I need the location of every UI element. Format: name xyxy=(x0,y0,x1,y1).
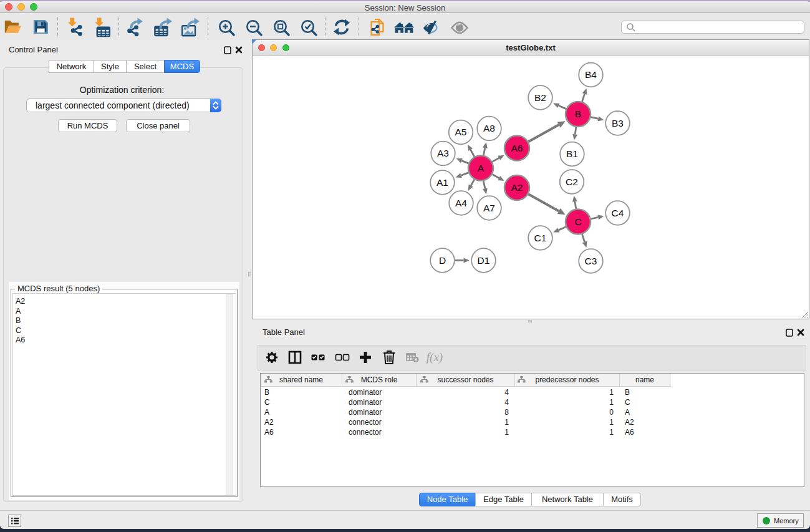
svg-text:A: A xyxy=(478,163,485,173)
svg-text:A1: A1 xyxy=(436,177,448,188)
svg-text:D: D xyxy=(439,255,446,266)
svg-text:C3: C3 xyxy=(585,256,597,266)
svg-text:f(x): f(x) xyxy=(427,351,443,364)
svg-text:A7: A7 xyxy=(483,203,495,213)
svg-text:C: C xyxy=(574,216,581,227)
svg-text:D1: D1 xyxy=(478,255,490,266)
svg-text:C4: C4 xyxy=(612,208,624,218)
svg-text:B3: B3 xyxy=(612,118,624,128)
svg-text:B1: B1 xyxy=(566,148,578,159)
svg-text:A2: A2 xyxy=(511,182,523,193)
svg-text:A6: A6 xyxy=(511,143,523,153)
svg-text:A3: A3 xyxy=(437,148,449,158)
svg-text:B: B xyxy=(575,109,581,119)
svg-text:A5: A5 xyxy=(455,127,467,137)
svg-text:B2: B2 xyxy=(534,92,546,103)
svg-text:C2: C2 xyxy=(566,177,578,187)
svg-text:C1: C1 xyxy=(534,233,547,243)
svg-text:A8: A8 xyxy=(483,123,495,133)
svg-text:A4: A4 xyxy=(455,198,467,208)
svg-text:B4: B4 xyxy=(585,69,597,80)
